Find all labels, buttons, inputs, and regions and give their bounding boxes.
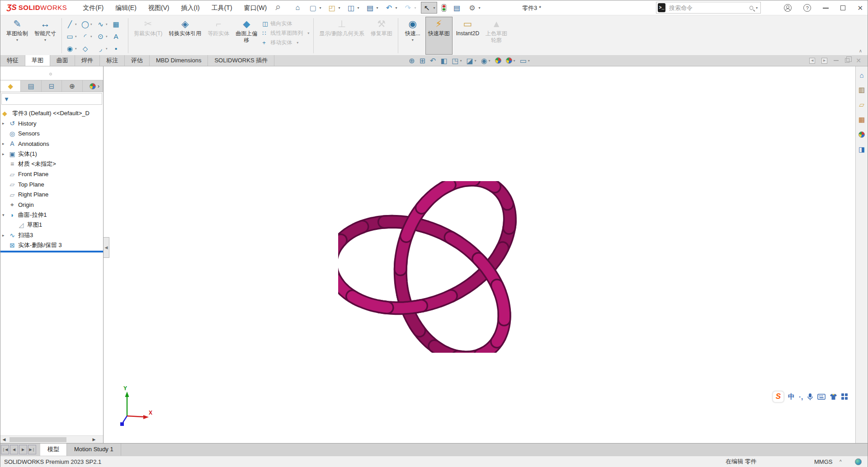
dropdown-arrow-icon[interactable]: ▾	[514, 59, 515, 63]
panel-grip-handle[interactable]	[49, 73, 52, 75]
expand-arrow-icon[interactable]	[2, 141, 8, 146]
dropdown-arrow-icon[interactable]: ▾	[44, 38, 46, 42]
panel-horizontal-scrollbar[interactable]: ◀ ▶	[0, 435, 103, 443]
web-help-globe-icon[interactable]	[855, 458, 862, 465]
menu-item[interactable]: 窗口(W)	[238, 0, 273, 15]
model-tab[interactable]: Motion Study 1	[67, 444, 121, 456]
ribbon-stack-button[interactable]: + 移动实体 ▾	[260, 38, 311, 47]
ime-toolbox-icon[interactable]	[841, 393, 848, 400]
scrollbar-thumb[interactable]	[9, 437, 66, 442]
ribbon-button-convert-entities[interactable]: ◈ 转换实体引用	[166, 17, 204, 55]
tree-item[interactable]: ∿ 扫描3	[0, 230, 103, 241]
trefoil-knot-model[interactable]	[338, 181, 533, 353]
next-tab-icon[interactable]: ▶	[19, 445, 27, 454]
menu-item[interactable]: 视图(V)	[142, 0, 175, 15]
sketch-tool-button[interactable]: ◇	[80, 42, 95, 55]
panel-tab[interactable]: ◆	[0, 80, 21, 92]
dropdown-arrow-icon[interactable]: ▾	[307, 31, 309, 35]
toolbar-button[interactable]: ▤	[451, 2, 463, 14]
tree-filter-box[interactable]: ▼	[1, 93, 102, 105]
ribbon-button-trim-entities[interactable]: ✂ 剪裁实体(T)	[131, 17, 165, 55]
panel-tab[interactable]: ⊟	[42, 80, 62, 92]
view-tool-button[interactable]: ▾	[505, 57, 517, 64]
ribbon-button-instant2d[interactable]: ▭ Instant2D	[453, 17, 482, 55]
ribbon-tab[interactable]: 标注	[100, 55, 125, 66]
show-left-pane-icon[interactable]: ◀	[809, 58, 815, 64]
dropdown-arrow-icon[interactable]: ▾	[434, 6, 435, 10]
tree-item[interactable]: ▱ Front Plane	[0, 169, 103, 180]
view-tool-button[interactable]: ▭ ▾	[519, 56, 531, 65]
sketch-tool-button[interactable]: A	[110, 30, 126, 42]
toolbar-button[interactable]: ↶ ▾	[382, 2, 399, 14]
tree-item[interactable]: ◿ 草图1	[0, 220, 103, 230]
dropdown-arrow-icon[interactable]: ▾	[106, 47, 108, 51]
view-tool-button[interactable]	[494, 57, 503, 64]
command-search[interactable]: >_ ▾	[656, 2, 761, 14]
dropdown-arrow-icon[interactable]: ▾	[528, 59, 530, 63]
toolbar-button[interactable]: ◰ ▾	[326, 2, 342, 14]
close-button[interactable]: ✕	[857, 5, 863, 11]
panel-tab[interactable]: ▤	[21, 80, 41, 92]
tree-item[interactable]: ◎ Sensors	[0, 129, 103, 139]
dropdown-arrow-icon[interactable]: ▾	[475, 59, 476, 63]
expand-arrow-icon[interactable]	[2, 152, 8, 156]
task-pane-tab[interactable]: ▱	[857, 100, 867, 110]
search-dropdown-icon[interactable]: ▾	[756, 6, 758, 10]
ribbon-tab[interactable]: 评估	[125, 55, 150, 66]
keyboard-icon[interactable]	[817, 394, 826, 400]
dropdown-arrow-icon[interactable]: ▾	[489, 59, 491, 63]
ribbon-tab[interactable]: 草图	[25, 55, 50, 66]
menu-item[interactable]: 插入(I)	[175, 0, 205, 15]
tree-item[interactable]: ⊠ 实体-删除/保留 3	[0, 240, 103, 251]
tree-item[interactable]: ⌖ Origin	[0, 200, 103, 210]
model-tab[interactable]: 模型	[40, 444, 67, 456]
sketch-tool-button[interactable]: ⊙ ▾	[95, 30, 110, 42]
first-tab-icon[interactable]: ❘◀	[1, 445, 9, 454]
graphics-viewport[interactable]: Y X	[104, 66, 855, 443]
view-tool-button[interactable]: ◉ ▾	[480, 56, 492, 65]
search-input[interactable]	[668, 4, 750, 12]
view-tool-button[interactable]: ⊕	[407, 56, 416, 65]
dropdown-arrow-icon[interactable]: ▾	[16, 38, 18, 42]
dropdown-arrow-icon[interactable]: ▾	[376, 6, 378, 10]
tree-item[interactable]: ▱ Top Plane	[0, 179, 103, 190]
tree-root-item[interactable]: ◆ 零件3 (Default) <<Default>_D	[0, 108, 103, 118]
dropdown-arrow-icon[interactable]: ▾	[106, 23, 108, 26]
toolbar-button[interactable]: ↷ ▾	[401, 2, 418, 14]
sketch-tool-button[interactable]: ◞ ▾	[95, 42, 110, 55]
expand-arrow-icon[interactable]	[2, 213, 8, 217]
user-account-icon[interactable]	[784, 4, 792, 12]
tree-item[interactable]: A Annotations	[0, 139, 103, 149]
expand-arrow-icon[interactable]	[2, 121, 8, 126]
ime-punctuation-icon[interactable]: ·,	[799, 393, 803, 401]
task-pane-tab[interactable]: ◨	[857, 145, 867, 154]
sketch-tool-button[interactable]: ▦	[110, 18, 126, 30]
tree-item[interactable]: ▣ 实体(1)	[0, 149, 103, 159]
menu-item[interactable]: 文件(F)	[77, 0, 109, 15]
ribbon-button-display-relations[interactable]: ⊥ 显示/删除几何关系	[316, 17, 367, 55]
ribbon-tab[interactable]: 特征	[0, 55, 25, 66]
sketch-tool-button[interactable]: ▭ ▾	[64, 30, 80, 42]
ribbon-tab[interactable]: MBD Dimensions	[150, 55, 208, 66]
toolbar-button[interactable]: ▢ ▾	[307, 2, 323, 14]
view-tool-button[interactable]: ⊞	[418, 56, 426, 65]
scroll-right-icon[interactable]: ▶	[90, 437, 98, 442]
prev-tab-icon[interactable]: ◀	[10, 445, 18, 454]
ribbon-button-sketch[interactable]: ✎ 草图绘制 ▾	[4, 17, 31, 55]
ribbon-button-repair-sketch[interactable]: ⚒ 修复草图	[368, 17, 395, 55]
dropdown-arrow-icon[interactable]: ▾	[357, 6, 359, 10]
units-dropdown-icon[interactable]: ^	[840, 459, 842, 464]
task-pane-tab[interactable]: ▦	[857, 115, 867, 125]
show-right-pane-icon[interactable]: ▶	[821, 58, 827, 64]
ribbon-stack-button[interactable]: ∷ 线性草图阵列 ▾	[260, 28, 311, 38]
ribbon-tab[interactable]: 焊件	[75, 55, 100, 66]
dropdown-arrow-icon[interactable]: ▾	[460, 59, 462, 63]
task-pane-tab[interactable]	[857, 130, 867, 140]
ribbon-stack-button[interactable]: ◫ 镜向实体	[260, 19, 311, 28]
view-tool-button[interactable]: ◪ ▾	[465, 56, 477, 65]
panel-tab[interactable]: ⊕	[62, 80, 82, 92]
view-tool-button[interactable]: ↶	[429, 56, 437, 65]
toolbar-button[interactable]: ↖ ▾	[421, 2, 437, 14]
panel-splitter-handle[interactable]: ◀	[104, 237, 109, 258]
microphone-icon[interactable]	[807, 393, 813, 401]
